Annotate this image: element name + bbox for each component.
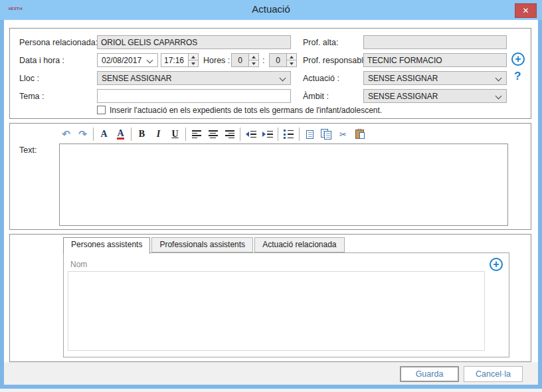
text-label: Text: <box>19 146 37 155</box>
font-color-button[interactable]: A <box>96 127 112 142</box>
align-center-button[interactable] <box>205 127 221 142</box>
arrow-down-icon <box>290 62 294 65</box>
close-button[interactable]: ✕ <box>515 3 537 18</box>
redo-icon: ↷ <box>78 128 87 140</box>
align-left-button[interactable] <box>188 127 205 142</box>
prof-alta-field[interactable] <box>363 35 507 49</box>
align-right-button[interactable] <box>221 127 238 142</box>
tema-field[interactable] <box>97 89 291 103</box>
ambit-select[interactable]: SENSE ASSIGNAR <box>363 89 507 103</box>
undo-icon: ↶ <box>62 128 70 140</box>
time-value: 17:16 <box>161 56 188 65</box>
dialog-title: Actuació <box>0 3 542 15</box>
align-right-icon <box>225 130 234 138</box>
toolbar-separator <box>299 128 300 141</box>
arrow-up-icon <box>290 56 294 58</box>
bold-button[interactable]: B <box>134 127 150 142</box>
ambit-value: SENSE ASSIGNAR <box>368 92 438 101</box>
add-persona-button[interactable]: + <box>490 258 503 271</box>
date-picker[interactable]: 02/08/2017 <box>97 53 158 67</box>
arrow-down-icon <box>252 62 256 65</box>
copy-button[interactable] <box>318 127 335 142</box>
minuts-spin-down-button[interactable] <box>287 60 296 66</box>
chevron-down-icon <box>280 75 286 82</box>
data-i-hora-label: Data i hora : <box>19 56 64 65</box>
text-editor-area[interactable] <box>59 144 508 226</box>
prof-responsable-field[interactable] <box>363 53 507 67</box>
text-editor-group: ↶ ↷ A A B I U <box>9 123 531 230</box>
actuacio-value: SENSE ASSIGNAR <box>368 74 438 83</box>
close-icon: ✕ <box>522 6 529 15</box>
actuacio-dialog: HESTIA Actuació ✕ Persona relacionada: P… <box>0 0 542 389</box>
hores-stepper[interactable]: 0 <box>231 53 259 67</box>
toolbar-separator <box>131 128 132 141</box>
help-button[interactable]: ? <box>514 70 521 83</box>
minuts-spin-up-button[interactable] <box>287 54 296 60</box>
time-spin-up-button[interactable] <box>189 54 198 60</box>
paste-button[interactable] <box>351 127 368 142</box>
persones-assistents-list[interactable] <box>68 271 485 351</box>
sibling-expedients-checkbox[interactable] <box>97 106 106 114</box>
tab-bar: Persones assistents Professionals assist… <box>63 237 346 252</box>
hores-spinner <box>248 54 258 66</box>
arrow-down-icon <box>191 62 195 65</box>
align-left-icon <box>192 130 201 138</box>
hores-spin-down-button[interactable] <box>249 60 258 66</box>
italic-button[interactable]: I <box>150 127 167 142</box>
indent-icon <box>262 131 273 138</box>
scissors-icon: ✂ <box>339 130 347 140</box>
toolbar-separator <box>240 128 240 141</box>
redo-button[interactable]: ↷ <box>74 127 91 142</box>
font-highlight-icon: A <box>117 129 124 140</box>
chevron-down-icon <box>496 93 502 100</box>
time-field[interactable]: 17:16 <box>161 53 199 67</box>
clipboard-paste-icon <box>355 130 364 139</box>
time-spin-down-button[interactable] <box>189 60 198 66</box>
tab-professionals-assistents[interactable]: Professionals assistents <box>151 237 253 252</box>
actuacio-label: Actuació : <box>303 74 339 83</box>
time-separator: : <box>262 56 264 65</box>
lloc-select[interactable]: SENSE ASSIGNAR <box>97 71 291 85</box>
actuacio-select[interactable]: SENSE ASSIGNAR <box>363 71 507 85</box>
copy-icon <box>321 129 332 140</box>
lloc-label: Lloc : <box>19 74 39 83</box>
bold-icon: B <box>139 129 145 140</box>
minuts-stepper[interactable]: 0 <box>269 53 297 67</box>
editor-toolbar: ↶ ↷ A A B I U <box>58 126 368 143</box>
undo-button[interactable]: ↶ <box>58 127 74 142</box>
minuts-value: 0 <box>270 56 286 65</box>
outdent-button[interactable] <box>242 127 259 142</box>
prof-responsable-label: Prof. responsable: <box>303 56 370 65</box>
hores-label: Hores : <box>203 56 230 65</box>
persona-relacionada-field[interactable] <box>97 35 291 49</box>
font-color-icon: A <box>100 129 107 140</box>
question-mark-icon: ? <box>514 70 521 82</box>
chevron-down-icon <box>496 75 502 82</box>
title-bar[interactable]: HESTIA Actuació ✕ <box>0 0 542 20</box>
italic-icon: I <box>157 129 160 140</box>
chevron-down-icon <box>147 57 153 64</box>
font-highlight-button[interactable]: A <box>112 127 129 142</box>
date-value: 02/08/2017 <box>102 56 141 65</box>
persona-relacionada-label: Persona relacionada: <box>19 38 98 47</box>
cut-button[interactable]: ✂ <box>335 127 351 142</box>
document-icon <box>306 130 314 139</box>
underline-button[interactable]: U <box>167 127 183 142</box>
new-document-button[interactable] <box>302 127 318 142</box>
bullet-list-button[interactable] <box>280 127 297 142</box>
hores-spin-up-button[interactable] <box>249 54 258 60</box>
plus-icon: + <box>493 258 499 270</box>
cancel-button[interactable]: Cancel·la <box>464 366 523 382</box>
add-professional-button[interactable]: + <box>511 52 525 66</box>
time-spinner <box>188 54 198 66</box>
hores-value: 0 <box>232 56 248 65</box>
assistents-group: Persones assistents Professionals assist… <box>9 234 531 362</box>
tab-actuacio-relacionada[interactable]: Actuació relacionada <box>254 237 344 252</box>
tab-label: Persones assistents <box>71 240 142 249</box>
tab-persones-assistents[interactable]: Persones assistents <box>63 237 150 254</box>
save-button[interactable]: Guarda <box>400 366 459 382</box>
indent-button[interactable] <box>259 127 276 142</box>
persones-assistents-panel: Nom + <box>63 252 509 357</box>
tab-label: Actuació relacionada <box>262 240 336 249</box>
tab-label: Professionals assistents <box>159 240 245 249</box>
